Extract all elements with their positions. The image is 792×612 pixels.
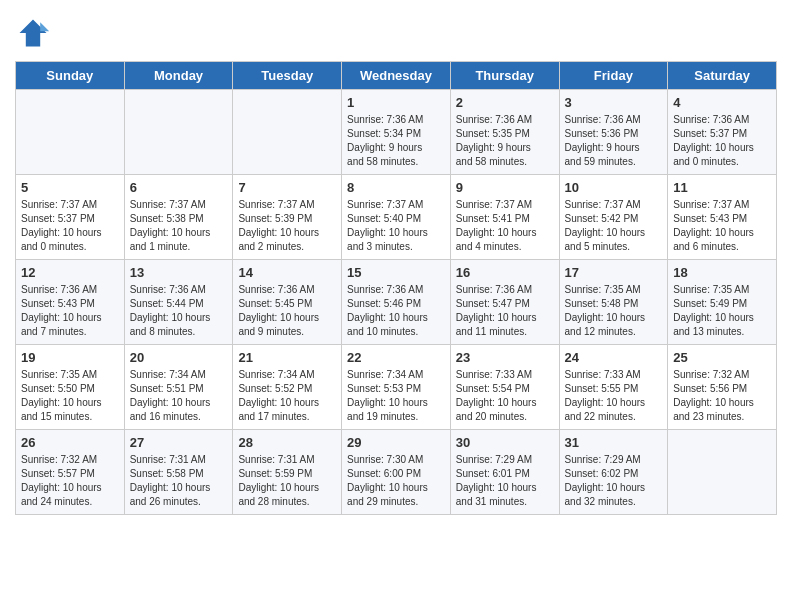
cell-info-text: Sunrise: 7:34 AM Sunset: 5:51 PM Dayligh… — [130, 368, 228, 424]
cell-date-number: 31 — [565, 435, 663, 450]
cell-info-text: Sunrise: 7:36 AM Sunset: 5:44 PM Dayligh… — [130, 283, 228, 339]
week-row-5: 26Sunrise: 7:32 AM Sunset: 5:57 PM Dayli… — [16, 430, 777, 515]
calendar-cell: 26Sunrise: 7:32 AM Sunset: 5:57 PM Dayli… — [16, 430, 125, 515]
cell-info-text: Sunrise: 7:36 AM Sunset: 5:46 PM Dayligh… — [347, 283, 445, 339]
cell-info-text: Sunrise: 7:37 AM Sunset: 5:42 PM Dayligh… — [565, 198, 663, 254]
calendar-cell: 3Sunrise: 7:36 AM Sunset: 5:36 PM Daylig… — [559, 90, 668, 175]
cell-date-number: 19 — [21, 350, 119, 365]
week-row-3: 12Sunrise: 7:36 AM Sunset: 5:43 PM Dayli… — [16, 260, 777, 345]
cell-date-number: 11 — [673, 180, 771, 195]
cell-info-text: Sunrise: 7:30 AM Sunset: 6:00 PM Dayligh… — [347, 453, 445, 509]
calendar-cell: 18Sunrise: 7:35 AM Sunset: 5:49 PM Dayli… — [668, 260, 777, 345]
cell-info-text: Sunrise: 7:36 AM Sunset: 5:47 PM Dayligh… — [456, 283, 554, 339]
calendar-cell: 6Sunrise: 7:37 AM Sunset: 5:38 PM Daylig… — [124, 175, 233, 260]
day-header-sunday: Sunday — [16, 62, 125, 90]
week-row-2: 5Sunrise: 7:37 AM Sunset: 5:37 PM Daylig… — [16, 175, 777, 260]
cell-info-text: Sunrise: 7:36 AM Sunset: 5:34 PM Dayligh… — [347, 113, 445, 169]
cell-info-text: Sunrise: 7:29 AM Sunset: 6:02 PM Dayligh… — [565, 453, 663, 509]
calendar-cell — [124, 90, 233, 175]
calendar-cell: 29Sunrise: 7:30 AM Sunset: 6:00 PM Dayli… — [342, 430, 451, 515]
day-header-saturday: Saturday — [668, 62, 777, 90]
calendar-cell: 30Sunrise: 7:29 AM Sunset: 6:01 PM Dayli… — [450, 430, 559, 515]
calendar-cell: 8Sunrise: 7:37 AM Sunset: 5:40 PM Daylig… — [342, 175, 451, 260]
calendar-cell: 31Sunrise: 7:29 AM Sunset: 6:02 PM Dayli… — [559, 430, 668, 515]
calendar-cell: 17Sunrise: 7:35 AM Sunset: 5:48 PM Dayli… — [559, 260, 668, 345]
calendar-cell: 21Sunrise: 7:34 AM Sunset: 5:52 PM Dayli… — [233, 345, 342, 430]
calendar-cell: 22Sunrise: 7:34 AM Sunset: 5:53 PM Dayli… — [342, 345, 451, 430]
day-header-wednesday: Wednesday — [342, 62, 451, 90]
day-header-friday: Friday — [559, 62, 668, 90]
calendar-cell — [16, 90, 125, 175]
cell-date-number: 15 — [347, 265, 445, 280]
cell-date-number: 18 — [673, 265, 771, 280]
cell-date-number: 7 — [238, 180, 336, 195]
cell-info-text: Sunrise: 7:34 AM Sunset: 5:53 PM Dayligh… — [347, 368, 445, 424]
cell-info-text: Sunrise: 7:31 AM Sunset: 5:58 PM Dayligh… — [130, 453, 228, 509]
calendar-cell: 15Sunrise: 7:36 AM Sunset: 5:46 PM Dayli… — [342, 260, 451, 345]
svg-marker-0 — [20, 20, 47, 47]
cell-date-number: 17 — [565, 265, 663, 280]
cell-date-number: 12 — [21, 265, 119, 280]
calendar-cell: 23Sunrise: 7:33 AM Sunset: 5:54 PM Dayli… — [450, 345, 559, 430]
cell-info-text: Sunrise: 7:37 AM Sunset: 5:37 PM Dayligh… — [21, 198, 119, 254]
calendar-cell: 19Sunrise: 7:35 AM Sunset: 5:50 PM Dayli… — [16, 345, 125, 430]
calendar-cell: 24Sunrise: 7:33 AM Sunset: 5:55 PM Dayli… — [559, 345, 668, 430]
cell-date-number: 4 — [673, 95, 771, 110]
cell-info-text: Sunrise: 7:36 AM Sunset: 5:37 PM Dayligh… — [673, 113, 771, 169]
calendar-cell: 11Sunrise: 7:37 AM Sunset: 5:43 PM Dayli… — [668, 175, 777, 260]
cell-date-number: 8 — [347, 180, 445, 195]
cell-info-text: Sunrise: 7:31 AM Sunset: 5:59 PM Dayligh… — [238, 453, 336, 509]
cell-date-number: 13 — [130, 265, 228, 280]
cell-info-text: Sunrise: 7:29 AM Sunset: 6:01 PM Dayligh… — [456, 453, 554, 509]
logo — [15, 15, 55, 51]
cell-info-text: Sunrise: 7:36 AM Sunset: 5:43 PM Dayligh… — [21, 283, 119, 339]
cell-date-number: 23 — [456, 350, 554, 365]
calendar-cell: 4Sunrise: 7:36 AM Sunset: 5:37 PM Daylig… — [668, 90, 777, 175]
cell-info-text: Sunrise: 7:33 AM Sunset: 5:55 PM Dayligh… — [565, 368, 663, 424]
cell-info-text: Sunrise: 7:35 AM Sunset: 5:49 PM Dayligh… — [673, 283, 771, 339]
cell-date-number: 25 — [673, 350, 771, 365]
cell-info-text: Sunrise: 7:37 AM Sunset: 5:43 PM Dayligh… — [673, 198, 771, 254]
calendar-cell: 14Sunrise: 7:36 AM Sunset: 5:45 PM Dayli… — [233, 260, 342, 345]
cell-date-number: 14 — [238, 265, 336, 280]
calendar-cell: 16Sunrise: 7:36 AM Sunset: 5:47 PM Dayli… — [450, 260, 559, 345]
week-row-4: 19Sunrise: 7:35 AM Sunset: 5:50 PM Dayli… — [16, 345, 777, 430]
cell-info-text: Sunrise: 7:37 AM Sunset: 5:41 PM Dayligh… — [456, 198, 554, 254]
calendar-cell: 27Sunrise: 7:31 AM Sunset: 5:58 PM Dayli… — [124, 430, 233, 515]
svg-marker-1 — [40, 22, 49, 31]
cell-info-text: Sunrise: 7:33 AM Sunset: 5:54 PM Dayligh… — [456, 368, 554, 424]
calendar-cell: 10Sunrise: 7:37 AM Sunset: 5:42 PM Dayli… — [559, 175, 668, 260]
cell-date-number: 24 — [565, 350, 663, 365]
cell-date-number: 10 — [565, 180, 663, 195]
calendar-cell: 28Sunrise: 7:31 AM Sunset: 5:59 PM Dayli… — [233, 430, 342, 515]
calendar-cell: 9Sunrise: 7:37 AM Sunset: 5:41 PM Daylig… — [450, 175, 559, 260]
week-row-1: 1Sunrise: 7:36 AM Sunset: 5:34 PM Daylig… — [16, 90, 777, 175]
cell-date-number: 6 — [130, 180, 228, 195]
day-header-tuesday: Tuesday — [233, 62, 342, 90]
cell-info-text: Sunrise: 7:35 AM Sunset: 5:50 PM Dayligh… — [21, 368, 119, 424]
cell-date-number: 2 — [456, 95, 554, 110]
page-header — [15, 15, 777, 51]
cell-date-number: 22 — [347, 350, 445, 365]
cell-info-text: Sunrise: 7:34 AM Sunset: 5:52 PM Dayligh… — [238, 368, 336, 424]
cell-date-number: 20 — [130, 350, 228, 365]
cell-date-number: 30 — [456, 435, 554, 450]
cell-info-text: Sunrise: 7:37 AM Sunset: 5:40 PM Dayligh… — [347, 198, 445, 254]
calendar-cell: 25Sunrise: 7:32 AM Sunset: 5:56 PM Dayli… — [668, 345, 777, 430]
calendar-table: SundayMondayTuesdayWednesdayThursdayFrid… — [15, 61, 777, 515]
cell-date-number: 1 — [347, 95, 445, 110]
cell-info-text: Sunrise: 7:37 AM Sunset: 5:39 PM Dayligh… — [238, 198, 336, 254]
calendar-cell: 2Sunrise: 7:36 AM Sunset: 5:35 PM Daylig… — [450, 90, 559, 175]
cell-info-text: Sunrise: 7:36 AM Sunset: 5:35 PM Dayligh… — [456, 113, 554, 169]
header-row: SundayMondayTuesdayWednesdayThursdayFrid… — [16, 62, 777, 90]
cell-info-text: Sunrise: 7:35 AM Sunset: 5:48 PM Dayligh… — [565, 283, 663, 339]
calendar-cell — [233, 90, 342, 175]
cell-date-number: 28 — [238, 435, 336, 450]
cell-info-text: Sunrise: 7:36 AM Sunset: 5:45 PM Dayligh… — [238, 283, 336, 339]
cell-date-number: 27 — [130, 435, 228, 450]
cell-info-text: Sunrise: 7:37 AM Sunset: 5:38 PM Dayligh… — [130, 198, 228, 254]
cell-date-number: 9 — [456, 180, 554, 195]
cell-date-number: 3 — [565, 95, 663, 110]
day-header-thursday: Thursday — [450, 62, 559, 90]
cell-date-number: 29 — [347, 435, 445, 450]
